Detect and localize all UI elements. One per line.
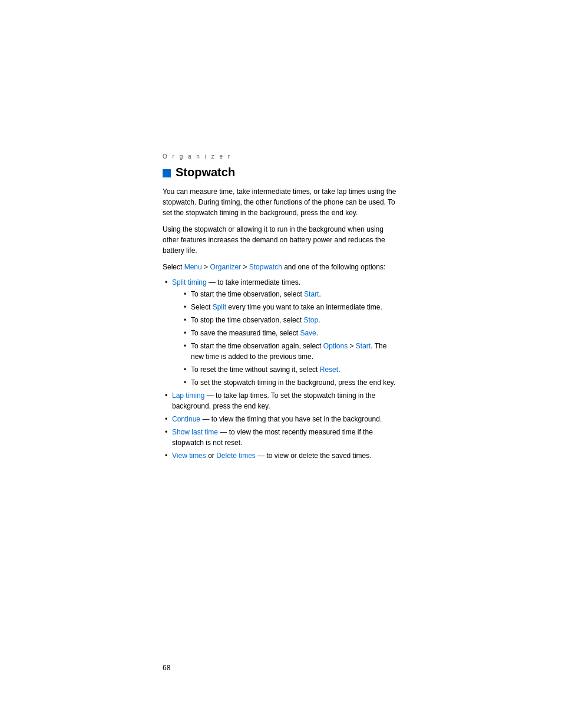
list-item-split: Split timing — to take intermediate time… bbox=[163, 277, 398, 388]
sep1: > bbox=[202, 263, 210, 271]
link-split[interactable]: Split bbox=[213, 303, 226, 311]
link-view-times[interactable]: View times bbox=[172, 452, 206, 460]
link-delete-times[interactable]: Delete times bbox=[216, 452, 256, 460]
page-number: 68 bbox=[163, 664, 170, 672]
section-title: Stopwatch bbox=[176, 166, 235, 179]
sub-list-split: To start the time observation, select St… bbox=[181, 289, 398, 388]
select-line: Select Menu > Organizer > Stopwatch and … bbox=[163, 262, 398, 272]
link-reset[interactable]: Reset bbox=[320, 365, 338, 374]
intro-paragraph-2: Using the stopwatch or allowing it to ru… bbox=[163, 224, 398, 256]
sub-item-4: To save the measured time, select Save. bbox=[181, 328, 398, 338]
view-delete-text: — to view or delete the saved times. bbox=[256, 452, 372, 460]
sub-item-1: To start the time observation, select St… bbox=[181, 289, 398, 299]
sub-item-2: Select Split every time you want to take… bbox=[181, 302, 398, 312]
link-start-1[interactable]: Start bbox=[304, 290, 319, 298]
main-bullet-list: Split timing — to take intermediate time… bbox=[163, 277, 398, 461]
link-lap-timing[interactable]: Lap timing bbox=[172, 391, 204, 400]
sub-item-5: To start the time observation again, sel… bbox=[181, 341, 398, 362]
section-title-row: Stopwatch bbox=[163, 166, 398, 179]
list-item-show-last: Show last time — to view the most recent… bbox=[163, 427, 398, 448]
sub-item-7: To set the stopwatch timing in the backg… bbox=[181, 377, 398, 388]
link-stopwatch[interactable]: Stopwatch bbox=[249, 263, 282, 271]
select-suffix: and one of the following options: bbox=[282, 263, 385, 271]
page: O r g a n i z e r Stopwatch You can meas… bbox=[0, 0, 562, 728]
split-timing-text: — to take intermediate times. bbox=[207, 278, 300, 286]
link-continue[interactable]: Continue bbox=[172, 415, 200, 423]
intro-paragraph-1: You can measure time, take intermediate … bbox=[163, 186, 398, 218]
link-options[interactable]: Options bbox=[323, 342, 348, 350]
list-item-view-delete: View times or Delete times — to view or … bbox=[163, 450, 398, 461]
section-label: O r g a n i z e r bbox=[163, 153, 398, 160]
sep2: > bbox=[241, 263, 249, 271]
link-start-2[interactable]: Start bbox=[356, 342, 371, 350]
link-menu[interactable]: Menu bbox=[184, 263, 202, 271]
link-organizer[interactable]: Organizer bbox=[210, 263, 241, 271]
link-show-last-time[interactable]: Show last time bbox=[172, 428, 218, 436]
link-stop[interactable]: Stop bbox=[303, 316, 318, 324]
select-prefix: Select bbox=[163, 263, 184, 271]
content-area: O r g a n i z e r Stopwatch You can meas… bbox=[163, 153, 398, 463]
title-square-icon bbox=[163, 169, 171, 177]
link-split-timing[interactable]: Split timing bbox=[172, 278, 207, 286]
or-text: or bbox=[206, 452, 216, 460]
sub-item-3: To stop the time observation, select Sto… bbox=[181, 315, 398, 325]
list-item-lap: Lap timing — to take lap times. To set t… bbox=[163, 390, 398, 411]
list-item-continue: Continue — to view the timing that you h… bbox=[163, 414, 398, 424]
link-save[interactable]: Save bbox=[300, 329, 316, 337]
continue-text: — to view the timing that you have set i… bbox=[200, 415, 382, 423]
sub-item-6: To reset the time without saving it, sel… bbox=[181, 364, 398, 375]
